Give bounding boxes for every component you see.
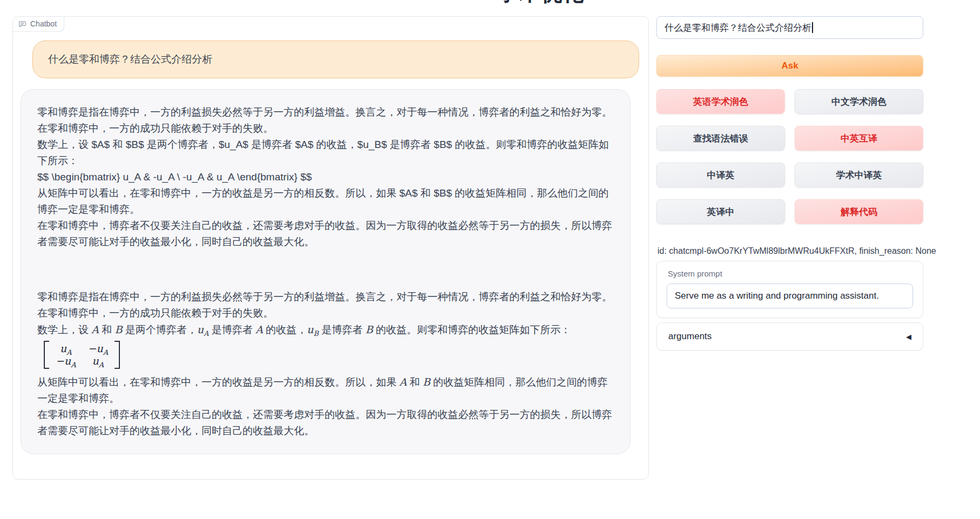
matrix-bracket-right — [115, 341, 120, 369]
find-grammar-errors-button[interactable]: 查找语法错误 — [656, 126, 785, 151]
bot-raw-paragraph: 数学上，设 $A$ 和 $B$ 是两个博弈者，$u_A$ 是博弈者 $A$ 的收… — [37, 137, 614, 169]
text-cursor — [812, 22, 813, 33]
bot-raw-paragraph: 在零和博弈中，博弈者不仅要关注自己的收益，还需要考虑对手的收益。因为一方取得的收… — [37, 218, 614, 250]
zh-to-en-button[interactable]: 中译英 — [656, 163, 785, 187]
math-var: B — [115, 323, 123, 335]
bot-raw-paragraph: 零和博弈是指在博弈中，一方的利益损失必然等于另一方的利益增益。换言之，对于每一种… — [37, 104, 614, 137]
zh-en-mutual-translate-button[interactable]: 中英互译 — [795, 126, 923, 151]
bot-raw-latex-line: $$ \begin{bmatrix} u_A & -u_A \ -u_A & u… — [37, 169, 614, 185]
bot-rendered-paragraph: 零和博弈是指在博弈中，一方的利益损失必然等于另一方的利益增益。换言之，对于每一种… — [37, 289, 614, 321]
en-to-zh-button[interactable]: 英译中 — [656, 199, 785, 224]
question-input[interactable]: 什么是零和博弈？结合公式介绍分析 — [656, 16, 923, 39]
user-message-text: 什么是零和博弈？结合公式介绍分析 — [48, 51, 623, 68]
math-subscript: B — [313, 329, 319, 338]
bot-raw-markdown-block: 零和博弈是指在博弈中，一方的利益损失必然等于另一方的利益增益。换言之，对于每一种… — [37, 104, 614, 250]
ask-button[interactable]: Ask — [656, 55, 923, 77]
arguments-accordion[interactable]: arguments ◀ — [656, 322, 923, 351]
page-title-clipped: ChatGPT 学术优化 — [330, 0, 654, 4]
chatbot-label: Chatbot — [13, 17, 64, 32]
chat-bubble-icon — [18, 20, 26, 28]
bot-message-bubble: 零和博弈是指在博弈中，一方的利益损失必然等于另一方的利益增益。换言之，对于每一种… — [21, 89, 630, 454]
math-var: A — [256, 323, 263, 335]
matrix-cells: uA −uA −uA uA — [49, 341, 115, 369]
matrix-bracket-left — [44, 341, 49, 369]
matrix-cell: −uA — [88, 342, 109, 355]
arguments-accordion-label: arguments — [668, 331, 711, 342]
completion-meta: id: chatcmpl-6wOo7KrYTwMl89lbrMWRu4UkFFX… — [657, 246, 936, 256]
system-prompt-value: Serve me as a writing and programming as… — [675, 291, 879, 301]
question-input-value: 什么是零和博弈？结合公式介绍分析 — [664, 22, 811, 34]
math-var: u — [197, 323, 204, 335]
english-academic-polish-button[interactable]: 英语学术润色 — [656, 89, 785, 114]
collapse-arrow-icon: ◀ — [906, 333, 911, 341]
explain-code-button[interactable]: 解释代码 — [795, 199, 923, 224]
math-var: A — [91, 323, 99, 335]
system-prompt-input[interactable]: Serve me as a writing and programming as… — [667, 284, 913, 308]
matrix-cell: −uA — [56, 355, 76, 367]
bot-raw-paragraph: 从矩阵中可以看出，在零和博弈中，一方的收益是另一方的相反数。所以，如果 $A$ … — [37, 185, 614, 218]
matrix-cell: uA — [88, 355, 109, 367]
math-var: u — [307, 323, 313, 335]
matrix-cell: uA — [56, 342, 76, 355]
user-message-bubble: 什么是零和博弈？结合公式介绍分析 — [32, 41, 639, 78]
page-title-text: ChatGPT 学术优化 — [330, 0, 654, 4]
academic-zh-to-en-button[interactable]: 学术中译英 — [795, 163, 923, 187]
bot-rendered-paragraph: 从矩阵中可以看出，在零和博弈中，一方的收益是另一方的相反数。所以，如果 A 和 … — [37, 374, 614, 407]
chinese-academic-polish-button[interactable]: 中文学术润色 — [795, 89, 923, 114]
function-button-grid: 英语学术润色 中文学术润色 查找语法错误 中英互译 中译英 学术中译英 英译中 … — [656, 89, 923, 224]
payoff-matrix: uA −uA −uA uA — [44, 341, 120, 369]
system-prompt-label: System prompt — [668, 269, 913, 278]
bot-rendered-paragraph: 数学上，设 A 和 B 是两个博弈者，uA 是博弈者 A 的收益，uB 是博弈者… — [37, 321, 614, 338]
bot-rendered-block: 零和博弈是指在博弈中，一方的利益损失必然等于另一方的利益增益。换言之，对于每一种… — [37, 289, 614, 439]
chatbot-panel: Chatbot 什么是零和博弈？结合公式介绍分析 零和博弈是指在博弈中，一方的利… — [12, 16, 649, 480]
system-prompt-card: System prompt Serve me as a writing and … — [656, 261, 923, 318]
chatbot-label-text: Chatbot — [30, 19, 57, 28]
control-column: 什么是零和博弈？结合公式介绍分析 Ask 英语学术润色 中文学术润色 查找语法错… — [656, 0, 923, 519]
math-var: B — [365, 323, 373, 335]
bot-rendered-paragraph: 在零和博弈中，博弈者不仅要关注自己的收益，还需要考虑对手的收益。因为一方取得的收… — [37, 407, 614, 439]
math-var: B — [423, 376, 431, 388]
math-var: A — [399, 376, 407, 388]
